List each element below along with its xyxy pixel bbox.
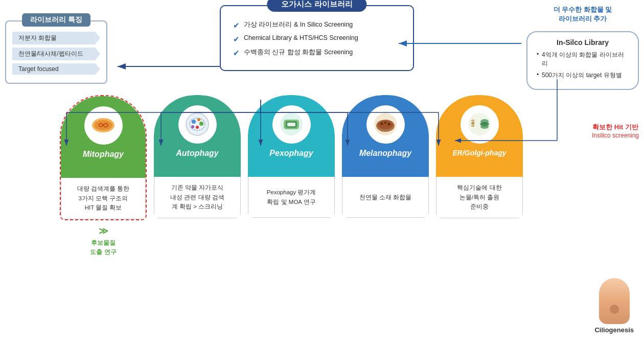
mitophagy-icon xyxy=(84,106,123,145)
pexophagy-icon xyxy=(272,105,311,144)
svg-point-5 xyxy=(199,122,203,126)
arrow-label: 더 우수한 화합물 및라이브러리 추가 xyxy=(554,5,612,24)
autophagy-title: Autophagy xyxy=(176,149,219,158)
insilco-item-2: 500가지 이상의 target 유형별 xyxy=(537,71,629,80)
autophagy-desc: 기존 약물 자가포식 내성 관련 대량 검색 계 확립 > 스크리닝 xyxy=(154,177,241,218)
melanophagy-icon xyxy=(366,105,405,144)
card-pexophagy: Pexophagy Pexophagy 평가계 확립 및 MOA 연구 xyxy=(248,95,335,218)
oasis-item-1: ✔ 가상 라이브러리 & In Silico Screening xyxy=(233,20,401,30)
lib-feature-item-3: Target focused xyxy=(12,63,100,75)
autophagy-top: Autophagy xyxy=(154,95,241,177)
oasis-item-3: ✔ 수백종의 신규 합성 화합물 Screening xyxy=(233,48,401,58)
melanophagy-desc: 천연물 소재 화합물 xyxy=(342,177,429,218)
insilco-lib-box: In-Silco Library 4억개 이상의 화합물 라이브러리 500가지… xyxy=(526,31,639,90)
mitophagy-extra: ≫ 후보물질 도출 연구 xyxy=(90,224,116,257)
top-section: 라이브러리 특징 저분자 화합물 천연물/대사체/펩타이드 Target foc… xyxy=(5,5,639,90)
svg-point-15 xyxy=(378,120,393,129)
svg-rect-12 xyxy=(287,123,295,126)
ciliogenesis-image xyxy=(599,278,630,324)
check-icon-2: ✔ xyxy=(233,35,240,44)
svg-point-18 xyxy=(387,123,390,126)
page: 라이브러리 특징 저분자 화합물 천연물/대사체/펩타이드 Target foc… xyxy=(0,0,644,344)
pexophagy-desc: Pexophagy 평가계 확립 및 MOA 연구 xyxy=(248,177,335,218)
lib-feature-item-2: 천연물/대사체/펩타이드 xyxy=(12,48,100,60)
mitophagy-desc: 대량 검색계를 통한 3가지 모핵 구조의 HIT 물질 확보 xyxy=(61,178,146,219)
lib-features-box: 라이브러리 특징 저분자 화합물 천연물/대사체/펩타이드 Target foc… xyxy=(5,20,107,84)
card-er-golgi: ER/Golgi-phagy 핵심기술에 대한 논물/특허 출원 준비중 xyxy=(436,95,523,218)
melanophagy-title: Melanophagy xyxy=(359,149,411,158)
oasis-lib-title: 오가시스 라이브러리 xyxy=(267,0,366,12)
card-mitophagy: Mitophagy 대량 검색계를 통한 3가지 모핵 구조의 HIT 물질 확… xyxy=(60,95,147,220)
oasis-item-2: ✔ Chemical Library & HTS/HCS Screening xyxy=(233,34,401,44)
oasis-lib-box: 오가시스 라이브러리 ✔ 가상 라이브러리 & In Silico Screen… xyxy=(220,5,414,71)
bottom-section: Mitophagy 대량 검색계를 통한 3가지 모핵 구조의 HIT 물질 확… xyxy=(5,95,639,256)
er-golgi-desc: 핵심기술에 대한 논물/특허 출원 준비중 xyxy=(436,177,523,218)
card-melanophagy: Melanophagy 천연물 소재 화합물 xyxy=(342,95,429,218)
mitophagy-top: Mitophagy xyxy=(61,96,146,178)
pexophagy-title: Pexophagy xyxy=(269,149,313,158)
svg-point-7 xyxy=(191,125,194,128)
hit-screening: 확보한 Hit 기반 Insilico screening xyxy=(592,123,639,139)
pexophagy-top: Pexophagy xyxy=(248,95,335,177)
svg-point-17 xyxy=(384,122,386,124)
svg-point-16 xyxy=(380,123,383,125)
insilco-item-1: 4억개 이상의 화합물 라이브러리 xyxy=(537,51,629,68)
ciliogenesis-label: Ciliogenesis xyxy=(594,326,634,334)
autophagy-icon xyxy=(178,105,217,144)
svg-point-3 xyxy=(192,120,196,124)
lib-feature-item-1: 저분자 화합물 xyxy=(12,32,100,44)
mitophagy-title: Mitophagy xyxy=(83,150,124,159)
hit-label: 확보한 Hit 기반 xyxy=(592,123,639,132)
double-chevron-icon: ≫ xyxy=(90,224,116,238)
check-icon-1: ✔ xyxy=(233,21,240,30)
er-golgi-top: ER/Golgi-phagy xyxy=(436,95,523,177)
hit-sublabel: Insilico screening xyxy=(592,132,639,139)
svg-point-22 xyxy=(480,125,489,129)
melanophagy-top: Melanophagy xyxy=(342,95,429,177)
ciliogenesis: Ciliogenesis xyxy=(594,278,634,334)
svg-point-6 xyxy=(196,126,199,129)
er-golgi-icon xyxy=(461,105,499,144)
card-autophagy: Autophagy 기존 약물 자가포식 내성 관련 대량 검색 계 확립 > … xyxy=(154,95,241,218)
ciliogenesis-dot xyxy=(610,305,619,314)
er-golgi-title: ER/Golgi-phagy xyxy=(453,149,507,157)
insilco-title: In-Silco Library xyxy=(537,38,629,47)
lib-features-title: 라이브러리 특징 xyxy=(22,13,90,27)
check-icon-3: ✔ xyxy=(233,49,240,58)
